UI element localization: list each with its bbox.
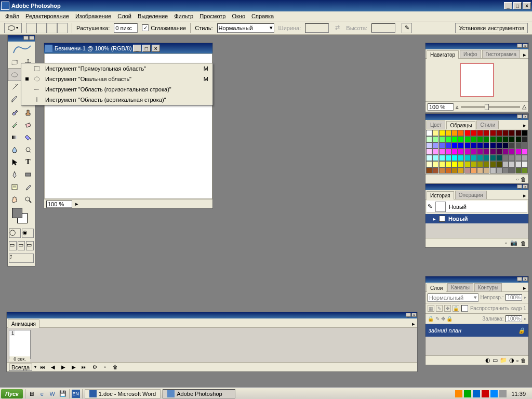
tray-icon-5[interactable]: [490, 390, 498, 397]
swatch-item[interactable]: [426, 149, 432, 155]
next-frame-button[interactable]: ▶: [70, 364, 78, 371]
menu-image[interactable]: Изображение: [72, 12, 114, 20]
ql-ie-icon[interactable]: e: [38, 390, 46, 398]
new-swatch-button[interactable]: ▫: [516, 176, 518, 182]
swatch-item[interactable]: [432, 167, 438, 174]
tray-icon-1[interactable]: [455, 390, 462, 397]
swatch-item[interactable]: [496, 161, 502, 167]
screen-standard-button[interactable]: ▭: [9, 241, 17, 250]
menu-layer[interactable]: Слой: [114, 12, 135, 20]
first-frame-button[interactable]: ⏮: [38, 364, 47, 371]
delete-frame-button[interactable]: 🗑: [111, 364, 119, 371]
toolbox-titlebar[interactable]: [8, 35, 35, 42]
last-frame-button[interactable]: ⏭: [80, 364, 88, 371]
rectangle-tool[interactable]: [21, 168, 35, 181]
panel-close-button[interactable]: ×: [523, 277, 528, 281]
history-brush-tool[interactable]: [8, 118, 21, 131]
swatch-item[interactable]: [471, 130, 477, 136]
swatch-item[interactable]: [515, 142, 522, 149]
swatch-item[interactable]: [451, 136, 458, 142]
taskbar-word[interactable]: 1.doc - Microsoft Word: [85, 389, 161, 398]
flyout-single-col-marquee[interactable]: Инструмент "Область (вертикальная строка…: [21, 95, 212, 105]
swatch-item[interactable]: [502, 142, 509, 149]
swatch-item[interactable]: [477, 142, 483, 149]
swatch-item[interactable]: [509, 167, 515, 174]
dodge-tool[interactable]: [21, 143, 35, 156]
paint-bucket-tool[interactable]: [21, 131, 35, 143]
swatch-item[interactable]: [464, 155, 471, 161]
swatch-item[interactable]: [522, 167, 528, 174]
menu-help[interactable]: Справка: [248, 12, 277, 20]
eyedropper-tool[interactable]: [21, 181, 35, 193]
delete-swatch-button[interactable]: 🗑: [521, 176, 526, 182]
swatch-item[interactable]: [515, 149, 522, 155]
swatch-item[interactable]: [464, 142, 471, 149]
menu-filter[interactable]: Фильтр: [171, 12, 196, 20]
tray-icon-6[interactable]: [499, 390, 507, 397]
style-select[interactable]: Нормальный▾: [217, 23, 274, 33]
swatch-item[interactable]: [445, 167, 451, 174]
swatch-item[interactable]: [496, 136, 502, 142]
brushes-palette-button[interactable]: ✎: [402, 23, 412, 33]
swatch-item[interactable]: [439, 130, 445, 136]
tween-button[interactable]: ⚙: [90, 364, 99, 371]
history-tab[interactable]: История: [427, 191, 454, 200]
swatch-item[interactable]: [445, 149, 451, 155]
play-button[interactable]: ▶: [59, 364, 68, 371]
swatch-item[interactable]: [502, 167, 509, 174]
swatch-item[interactable]: [426, 130, 432, 136]
swatch-item[interactable]: [509, 149, 515, 155]
swatch-item[interactable]: [477, 167, 483, 174]
lock-position-icon[interactable]: ✥: [444, 305, 451, 312]
swatch-item[interactable]: [451, 161, 458, 167]
menu-select[interactable]: Выделение: [135, 12, 171, 20]
swatch-item[interactable]: [483, 161, 489, 167]
swatch-item[interactable]: [439, 155, 445, 161]
layer-style-button[interactable]: ◐: [485, 357, 490, 364]
swatch-item[interactable]: [464, 161, 471, 167]
navigator-tab[interactable]: Навигатор: [427, 50, 459, 59]
histogram-tab[interactable]: Гистограмма: [482, 50, 521, 58]
flyout-single-row-marquee[interactable]: Инструмент "Область (горизонтальная стро…: [21, 84, 212, 95]
ql-save-icon[interactable]: 💾: [59, 390, 67, 398]
swatch-item[interactable]: [496, 142, 502, 149]
panel-minimize-button[interactable]: _: [517, 114, 522, 118]
paths-tab[interactable]: Контуры: [474, 283, 502, 291]
swatch-item[interactable]: [502, 149, 509, 155]
selection-add-button[interactable]: [36, 23, 47, 33]
swatch-item[interactable]: [451, 149, 458, 155]
quickmask-mode-button[interactable]: ◉: [22, 229, 34, 238]
jump-to-imageready-button[interactable]: ⤴: [9, 254, 34, 263]
swatch-item[interactable]: [439, 136, 445, 142]
swatch-item[interactable]: [471, 155, 477, 161]
swatch-item[interactable]: [509, 136, 515, 142]
swatch-item[interactable]: [509, 155, 515, 161]
type-tool[interactable]: T: [21, 156, 35, 168]
language-indicator[interactable]: EN: [72, 390, 80, 398]
swatch-item[interactable]: [490, 167, 496, 174]
swatch-item[interactable]: [458, 161, 464, 167]
swatch-item[interactable]: [471, 136, 477, 142]
flyout-elliptical-marquee[interactable]: Инструмент "Овальная область" M: [21, 74, 212, 84]
doc-close-button[interactable]: ×: [152, 45, 160, 52]
menu-window[interactable]: Окно: [229, 12, 248, 20]
swatch-item[interactable]: [502, 155, 509, 161]
zoom-tool[interactable]: [21, 193, 35, 206]
swatches-tab[interactable]: Образцы: [446, 121, 475, 129]
swatch-item[interactable]: [522, 155, 528, 161]
new-snapshot-button[interactable]: 📷: [510, 240, 517, 246]
swatch-item[interactable]: [471, 149, 477, 155]
delete-state-button[interactable]: 🗑: [521, 240, 526, 246]
loop-select[interactable]: Всегда: [9, 364, 32, 371]
panel-minimize-button[interactable]: _: [517, 184, 522, 189]
tool-presets-button[interactable]: Установки инструментов: [455, 23, 528, 33]
rect-marquee-tool[interactable]: [8, 56, 21, 69]
swatch-item[interactable]: [445, 130, 451, 136]
swatch-item[interactable]: [458, 136, 464, 142]
swatch-item[interactable]: [522, 130, 528, 136]
hand-tool[interactable]: [8, 193, 21, 206]
layers-tab[interactable]: Слои: [427, 284, 446, 292]
screen-full-menubar-button[interactable]: ▭: [18, 241, 25, 250]
pen-tool[interactable]: [8, 168, 21, 181]
swatch-item[interactable]: [464, 149, 471, 155]
